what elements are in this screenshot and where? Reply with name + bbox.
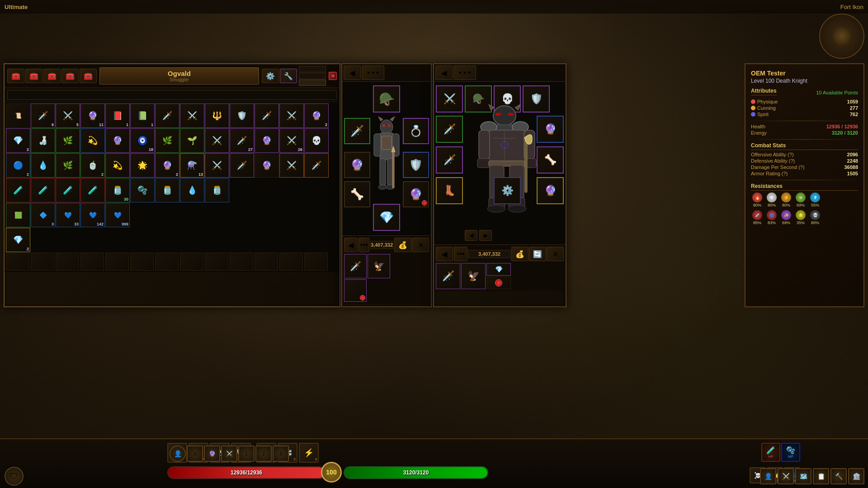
inv-item[interactable]: 💫 (80, 128, 105, 153)
merchant-tab-6[interactable]: ⚙️ (262, 69, 279, 83)
inv-item[interactable]: 🫙 (155, 178, 179, 202)
inv-item[interactable]: 🫧 (130, 178, 155, 202)
inv-item[interactable]: 💫 (105, 153, 130, 178)
inv-item[interactable]: 🍵2 (80, 153, 105, 178)
char-equip-mid-left1[interactable]: 🗡️ (436, 116, 463, 143)
inv-item[interactable]: 🔮 (255, 128, 279, 153)
npc-bottom-nav-left[interactable]: ◀ (344, 238, 358, 252)
inv-item[interactable]: 💙999 (105, 203, 130, 227)
inv-item[interactable]: 🗡️ (255, 103, 279, 128)
char-equip-mid-left2[interactable]: 🗡️ (436, 146, 463, 174)
inv-item[interactable]: 💙33 (56, 203, 80, 227)
equip-slot-feet2[interactable]: 🔮 (403, 181, 429, 207)
inv-item[interactable]: 🌿 (155, 128, 179, 153)
merchant-tab-1[interactable]: 🧰 (7, 69, 24, 83)
char-tab-nav-left[interactable]: ◀ (435, 66, 453, 80)
char-equip-head-left[interactable]: ⚔️ (436, 85, 463, 113)
char-equip-bot-right[interactable]: 🔮 (537, 177, 564, 204)
inv-item[interactable]: 💧 (180, 178, 204, 202)
inv-item[interactable]: 💎2 (6, 128, 30, 153)
potion-mana-btn[interactable]: 🫧 MP (781, 443, 800, 462)
equip-slot-medal[interactable]: 💎 (373, 204, 400, 231)
inv-item[interactable]: 🧪 (56, 178, 80, 202)
quest-menu-btn[interactable]: 📋 (813, 468, 829, 484)
inv-item[interactable]: ⚔️ (205, 153, 229, 178)
inv-item[interactable]: 🔷3 (31, 203, 55, 227)
char-close-btn2[interactable]: ✕ (547, 247, 564, 261)
inv-item[interactable]: ⚗️13 (180, 153, 204, 178)
equip-slot-weapon1[interactable]: 🔮 (344, 152, 370, 178)
inv-item[interactable]: 🔱 (205, 103, 229, 128)
inv-cell-empty[interactable] (31, 253, 54, 271)
merchant-tab-2[interactable]: 🧰 (25, 69, 42, 83)
char-nav-right-arrow[interactable]: ▶ (479, 230, 492, 241)
equipped-item-2[interactable]: 🦅 (368, 254, 390, 278)
npc-bottom-nav-dots[interactable]: ••• (359, 238, 369, 252)
portrait-button[interactable]: 👤 (170, 446, 186, 462)
inv-item[interactable]: 🗡️ (304, 153, 329, 178)
inv-item[interactable]: 🧪 (80, 178, 105, 202)
inv-item[interactable]: 🌿 (56, 128, 80, 153)
inv-item[interactable]: 🔮2 (155, 153, 179, 178)
potion-health-btn[interactable]: 🧪 HP (761, 443, 780, 462)
merchant-tab-7[interactable]: 🔧 (280, 69, 297, 83)
inv-item[interactable]: 🔮11 (80, 103, 105, 128)
inv-item[interactable]: 📗1 (130, 103, 155, 128)
char-inv-item-1[interactable]: 🗡️ (436, 263, 460, 289)
equip-slot-weapon2[interactable]: 🛡️ (403, 152, 429, 178)
skill-btn-2[interactable]: 2 (255, 446, 272, 462)
inv-item[interactable]: 🧿18 (130, 128, 155, 153)
equip-slot-neck[interactable]: 🗡️ (344, 118, 370, 144)
inv-cell-empty[interactable] (205, 253, 228, 271)
inv-item[interactable]: 🫙 (205, 178, 229, 202)
equipped-item-1[interactable]: 🗡️ (344, 254, 367, 278)
inv-item[interactable]: 💙142 (80, 203, 105, 227)
sword-btn[interactable]: ⚔️ (221, 446, 237, 462)
equip-slot-ring1[interactable]: 💍 (403, 118, 429, 144)
inv-cell-empty[interactable] (56, 253, 79, 271)
inv-item[interactable]: ⚔️ (180, 103, 204, 128)
char-equip-mid-right2[interactable]: 🦴 (537, 146, 564, 174)
merchant-tab-3[interactable]: 🧰 (43, 69, 61, 83)
skills-menu-btn[interactable]: ⚔️ (778, 468, 794, 484)
map-menu-btn[interactable]: 🗺️ (795, 468, 811, 484)
merchant-search-input[interactable] (7, 90, 337, 100)
char-equip-bot-left[interactable]: 👢 (436, 177, 463, 204)
skill-btn-3[interactable]: 3 (273, 446, 289, 462)
inv-item[interactable]: 🗡️27 (230, 128, 254, 153)
spell-btn[interactable]: 🔮 (204, 446, 220, 462)
merchant-tab-4[interactable]: 🧰 (61, 69, 79, 83)
inv-item[interactable]: ⚔️ (205, 128, 229, 153)
inv-cell-empty[interactable] (180, 253, 203, 271)
inv-item[interactable]: 🫙30 (105, 178, 130, 202)
char-equip-relic[interactable]: ⚙️ (494, 177, 521, 204)
npc-tab-nav-left[interactable]: ◀ (344, 66, 361, 80)
equip-slot-feet1[interactable]: 🦴 (344, 181, 370, 207)
npc-close-btn[interactable]: ✕ (412, 238, 429, 252)
skill-slot-3[interactable]: ⚡3 (299, 443, 319, 463)
inv-cell-empty[interactable] (6, 253, 29, 271)
char-inv-item-2[interactable]: 🦅 (461, 263, 486, 289)
inv-item[interactable]: ⚔️ (279, 153, 304, 178)
char-settings-icon[interactable]: 💰 (511, 247, 528, 261)
inv-item[interactable]: 🔵2 (6, 153, 30, 178)
inv-item[interactable]: 🔮 (105, 128, 130, 153)
inv-cell-empty[interactable] (105, 253, 129, 271)
char-bottom-nav-dots[interactable]: ••• (454, 247, 467, 261)
inv-item[interactable]: 💎2 (6, 228, 30, 252)
char-tab-nav-dots[interactable]: • • • (453, 66, 476, 80)
inv-cell-empty[interactable] (155, 253, 179, 271)
inv-item[interactable]: 🧪 (31, 178, 55, 202)
inv-item[interactable]: 💀 (304, 128, 329, 153)
npc-tab-nav-dots[interactable]: • • • (362, 66, 384, 80)
char-equip-mid-right1[interactable]: 🔮 (537, 116, 564, 143)
char-swap-icon[interactable]: 🔄 (529, 247, 546, 261)
inv-cell-empty[interactable] (130, 253, 154, 271)
char-inv-item-4[interactable] (486, 277, 511, 289)
merchant-tab-5[interactable]: 🧰 (80, 69, 97, 83)
inv-item[interactable]: 🟩 (6, 203, 30, 227)
inv-item[interactable]: 🔮2 (304, 103, 329, 128)
inv-item[interactable]: 🛡️ (230, 103, 254, 128)
inv-cell-empty[interactable] (255, 253, 278, 271)
inv-item[interactable]: 🗡️ (155, 103, 179, 128)
